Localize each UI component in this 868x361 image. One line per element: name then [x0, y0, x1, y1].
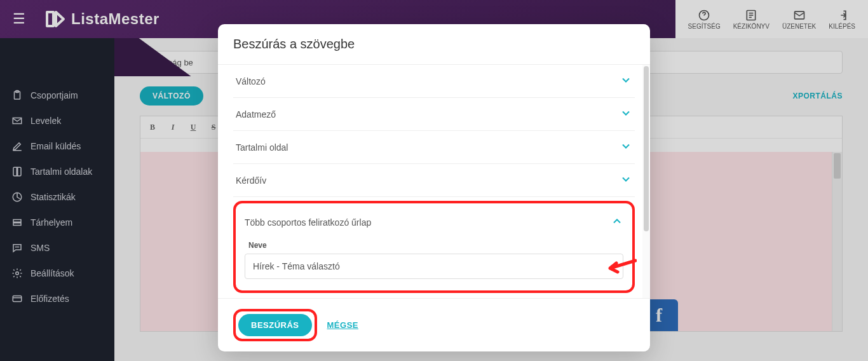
modal-title: Beszúrás a szövegbe	[218, 24, 650, 64]
cancel-link[interactable]: MÉGSE	[327, 320, 358, 330]
chevron-down-icon	[620, 173, 632, 187]
select-value: Hírek - Téma választó	[253, 261, 340, 271]
accordion-variable[interactable]: Változó	[233, 65, 635, 98]
chevron-down-icon	[620, 107, 632, 121]
form-select[interactable]: Hírek - Téma választó ▾	[245, 254, 623, 279]
chevron-up-icon	[611, 215, 623, 229]
accordion-label: Adatmező	[236, 109, 276, 119]
chevron-down-icon	[620, 140, 632, 154]
insert-modal: Beszúrás a szövegbe Változó Adatmező Tar…	[218, 24, 650, 351]
annotation-arrow	[605, 258, 637, 276]
chevron-down-icon	[620, 74, 632, 88]
accordion-label: Kérdőív	[236, 175, 266, 186]
accordion-label: Változó	[236, 76, 266, 86]
accordion-page[interactable]: Tartalmi oldal	[233, 131, 635, 164]
accordion-label: Tartalmi oldal	[236, 142, 288, 153]
accordion-label: Több csoportos feliratkozó űrlap	[245, 217, 371, 228]
accordion-datafield[interactable]: Adatmező	[233, 98, 635, 131]
highlighted-section: Több csoportos feliratkozó űrlap Neve Hí…	[233, 201, 635, 293]
insert-button[interactable]: BESZÚRÁS	[238, 314, 312, 336]
field-label-name: Neve	[248, 241, 623, 250]
insert-button-highlight: BESZÚRÁS	[233, 309, 317, 341]
accordion-multigroup[interactable]: Több csoportos feliratkozó űrlap	[245, 211, 623, 236]
modal-scrollbar[interactable]	[642, 65, 650, 298]
accordion-survey[interactable]: Kérdőív	[233, 164, 635, 197]
